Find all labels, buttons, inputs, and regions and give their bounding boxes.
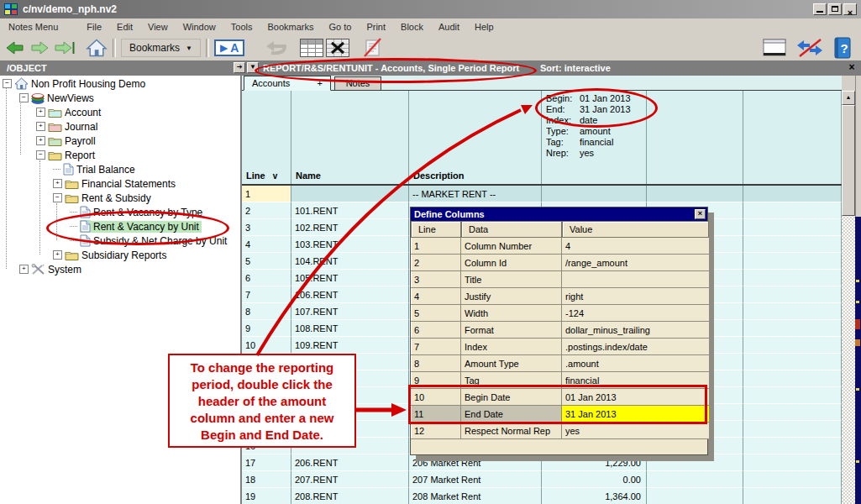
dialog-cell-line-9[interactable]: 9: [411, 372, 461, 389]
column-header-description[interactable]: Description: [409, 91, 542, 184]
cell-extra2-9[interactable]: [743, 320, 842, 337]
dialog-column-header-value[interactable]: Value: [562, 221, 709, 238]
tab-notes[interactable]: Notes: [334, 76, 381, 90]
cell-name-9[interactable]: 108.RENT: [291, 320, 409, 337]
dialog-cell-data-7[interactable]: Index: [461, 339, 562, 355]
cell-desc-17[interactable]: 206 Market Rent: [409, 454, 542, 471]
tree-toggle-rent-subsidy[interactable]: −: [53, 193, 62, 202]
dialog-cell-line-7[interactable]: 7: [411, 339, 461, 355]
tree-item-payroll[interactable]: +Payroll: [0, 134, 242, 148]
dialog-cell-line-11[interactable]: 11: [411, 406, 461, 423]
dialog-cell-line-1[interactable]: 1: [411, 238, 461, 255]
tree-toggle-journal[interactable]: +: [36, 122, 45, 131]
dialog-cell-data-9[interactable]: Tag: [461, 372, 562, 389]
menu-item-edit[interactable]: Edit: [109, 22, 140, 32]
cell-extra2-16[interactable]: [743, 438, 842, 454]
dialog-cell-data-4[interactable]: Justify: [461, 288, 562, 305]
menu-item-tools[interactable]: Tools: [223, 22, 260, 32]
close-button[interactable]: ×: [843, 3, 857, 15]
dialog-cell-value-8[interactable]: .amount: [562, 355, 709, 372]
cell-line-3[interactable]: 3: [242, 219, 291, 236]
cell-extra2-8[interactable]: [743, 303, 842, 320]
undo-button[interactable]: [265, 39, 288, 56]
forward-button[interactable]: [29, 39, 50, 56]
dialog-cell-value-6[interactable]: dollar_minus_trailing: [562, 322, 709, 339]
maximize-button[interactable]: [828, 3, 842, 15]
tree-toggle-account[interactable]: +: [36, 108, 45, 117]
nav-dropdown-button[interactable]: ▼: [247, 62, 259, 73]
menu-item-view[interactable]: View: [140, 22, 176, 32]
cell-name-3[interactable]: 102.RENT: [291, 219, 409, 236]
tree-toggle-non-profit-housing-demo[interactable]: −: [3, 79, 12, 88]
help-button[interactable]: ?: [832, 37, 853, 59]
run-calculator-button[interactable]: ▶ A: [214, 39, 244, 56]
tree-item-financial-statements[interactable]: +Financial Statements: [0, 176, 242, 191]
dialog-cell-value-10[interactable]: 01 Jan 2013: [562, 389, 709, 406]
cell-line-10[interactable]: 10: [242, 337, 291, 354]
bookmarks-dropdown[interactable]: Bookmarks ▼: [121, 39, 201, 57]
cell-line-1[interactable]: 1: [242, 186, 291, 202]
tree-item-account[interactable]: +Account: [0, 105, 242, 119]
cell-name-2[interactable]: 101.RENT: [291, 202, 409, 219]
menu-item-go-to[interactable]: Go to: [322, 22, 360, 32]
cell-extra1-1[interactable]: [647, 186, 743, 202]
cell-extra2-2[interactable]: [743, 202, 842, 219]
cell-name-6[interactable]: 105.RENT: [291, 270, 409, 286]
vertical-scrollbar[interactable]: ▲: [842, 91, 855, 504]
cell-name-5[interactable]: 104.RENT: [291, 253, 409, 270]
dialog-cell-data-6[interactable]: Format: [461, 322, 562, 339]
cell-line-19[interactable]: 19: [242, 488, 291, 504]
forward-end-button[interactable]: [54, 39, 76, 56]
cell-desc-19[interactable]: 208 Market Rent: [409, 488, 542, 504]
column-header-name[interactable]: Name: [291, 91, 409, 184]
tree-item-newviews[interactable]: −NewViews: [0, 91, 242, 105]
dialog-column-header-line[interactable]: Line: [411, 221, 461, 238]
cell-name-19[interactable]: 208.RENT: [291, 488, 409, 504]
dialog-cell-value-9[interactable]: financial: [562, 372, 709, 389]
cell-extra2-12[interactable]: [743, 370, 842, 387]
tree-item-subsidiary-reports[interactable]: +Subsidiary Reports: [0, 248, 242, 262]
dialog-cell-value-4[interactable]: right: [562, 288, 709, 305]
dialog-cell-value-1[interactable]: 4: [562, 238, 709, 255]
cell-line-9[interactable]: 9: [242, 320, 291, 337]
cell-extra2-18[interactable]: [743, 471, 842, 488]
dialog-cell-value-3[interactable]: [562, 271, 709, 288]
menu-item-window[interactable]: Window: [176, 22, 223, 32]
dialog-cell-data-1[interactable]: Column Number: [461, 238, 562, 255]
dialog-cell-line-2[interactable]: 2: [411, 255, 461, 271]
tree-toggle-payroll[interactable]: +: [36, 136, 45, 145]
tree-item-rent-subsidy[interactable]: −Rent & Subsidy: [0, 191, 242, 205]
tree-toggle-subsidiary-reports[interactable]: +: [53, 250, 62, 260]
cell-extra2-5[interactable]: [743, 253, 842, 270]
cell-extra2-3[interactable]: [743, 219, 842, 236]
cell-extra2-1[interactable]: [743, 186, 842, 202]
dialog-cell-data-10[interactable]: Begin Date: [461, 389, 562, 406]
cell-amount-19[interactable]: 1,364.00: [542, 488, 647, 504]
cell-name-18[interactable]: 207.RENT: [291, 471, 409, 488]
dialog-cell-data-12[interactable]: Respect Normal Rep: [461, 423, 562, 439]
cell-extra1-18[interactable]: [647, 471, 743, 488]
home-button[interactable]: [86, 39, 108, 57]
dialog-cell-line-5[interactable]: 5: [411, 305, 461, 322]
dialog-cell-data-11[interactable]: End Date: [461, 406, 562, 423]
tree-item-trial-balance[interactable]: Trial Balance: [0, 162, 242, 176]
cell-extra2-13[interactable]: [743, 387, 842, 404]
tree-item-subsidy-net-charge-by-unit[interactable]: Subsidy & Net Charge by Unit: [0, 234, 242, 248]
minimize-button[interactable]: [813, 3, 827, 15]
scrollbar-thumb[interactable]: [842, 105, 855, 216]
cell-name-8[interactable]: 107.RENT: [291, 303, 409, 320]
dialog-cell-value-11[interactable]: 31 Jan 2013: [562, 406, 709, 423]
cell-line-2[interactable]: 2: [242, 202, 291, 219]
tree-item-report[interactable]: −Report: [0, 148, 242, 162]
nav-forward-button[interactable]: ➔: [234, 62, 245, 73]
cell-name-17[interactable]: 206.RENT: [291, 454, 409, 471]
menu-item-block[interactable]: Block: [393, 22, 431, 32]
tree-toggle-financial-statements[interactable]: +: [53, 179, 62, 188]
dialog-close-button[interactable]: ×: [695, 209, 706, 219]
dialog-cell-line-8[interactable]: 8: [411, 355, 461, 372]
sync-disabled-button[interactable]: [795, 38, 824, 58]
window-list-button[interactable]: [762, 38, 787, 58]
menu-item-bookmarks[interactable]: Bookmarks: [260, 22, 321, 32]
tab-accounts[interactable]: Accounts +: [244, 76, 331, 91]
cell-extra2-19[interactable]: [743, 488, 842, 504]
